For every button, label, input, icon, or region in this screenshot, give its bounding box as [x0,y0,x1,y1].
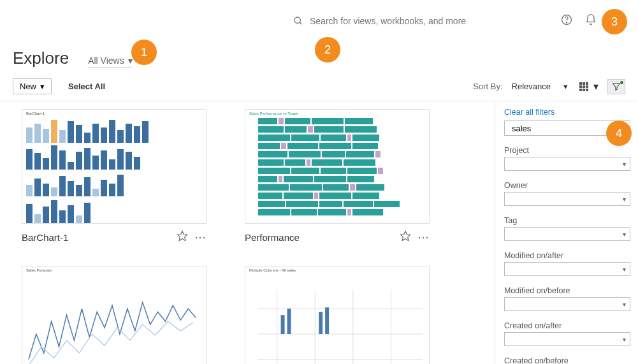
star-icon [177,230,188,242]
select-all-button[interactable]: Select All [68,82,105,91]
search-icon [293,16,303,26]
view-card[interactable]: Sales Performance vs Target Performance [245,109,430,244]
card-title: BarChart-1 [22,232,68,243]
filter-dropdown[interactable]: ▾ [504,192,630,206]
favorite-button[interactable] [177,230,188,244]
view-selector[interactable]: All Views ▾ [88,55,133,68]
filter-dropdown[interactable]: ▾ [504,262,630,276]
new-button-label: New [20,82,36,91]
grid-chart-thumb [245,274,429,364]
view-card[interactable]: BarChart-1 BarChart-1 ⋯ [22,109,207,244]
toolbar: New ▾ Select All Sort By: Relevance ▾ ▾ [0,75,638,101]
view-thumbnail: BarChart-1 [22,109,207,224]
filter-dropdown[interactable]: ▾ [504,332,630,346]
view-mode-select[interactable]: ▾ [577,79,601,94]
filter-toggle-button[interactable] [607,79,625,94]
filter-label: Tag [504,216,630,225]
filter-dropdown[interactable]: ▾ [504,297,630,311]
filter-group-owner: Owner ▾ [504,181,630,206]
filter-group-project: Project ▾ [504,146,630,171]
global-search[interactable] [293,16,501,26]
new-button[interactable]: New ▾ [13,78,52,94]
sort-select[interactable]: Relevance ▾ [509,80,570,92]
chevron-down-icon: ▾ [563,82,568,91]
funnel-icon [612,82,621,91]
svg-marker-5 [401,231,410,241]
sort-by-label: Sort By: [473,82,502,91]
card-title: Performance [245,232,300,243]
filter-group-created-after: Created on/after ▾ [504,321,630,346]
notifications-icon[interactable] [584,13,597,29]
more-actions-button[interactable]: ⋯ [417,230,430,244]
line-chart-thumb [22,274,206,364]
svg-rect-14 [287,309,291,334]
filter-dropdown[interactable]: ▾ [504,227,630,241]
star-icon [400,230,411,242]
filter-group-tag: Tag ▾ [504,216,630,241]
svg-point-0 [294,17,300,23]
page-title: Explore [13,48,69,68]
filter-label: Created on/after [504,321,630,330]
chevron-down-icon: ▾ [40,82,45,91]
view-selector-label: All Views [88,55,124,66]
svg-rect-13 [281,315,285,334]
svg-rect-15 [319,312,323,334]
filter-dropdown[interactable]: ▾ [504,157,630,171]
filter-label: Modified on/before [504,286,630,295]
grid-icon [579,82,588,91]
view-card[interactable]: Sales Forecast [22,266,207,364]
view-thumbnail: Sales Forecast [22,266,207,364]
svg-line-1 [300,22,301,24]
callout-3: 3 [602,9,627,34]
callout-2: 2 [315,37,340,62]
filter-group-modified-before: Modified on/before ▾ [504,286,630,311]
help-icon[interactable] [560,13,573,29]
filter-search-input[interactable] [512,124,619,133]
filter-label: Modified on/after [504,251,630,260]
content-area: BarChart-1 BarChart-1 ⋯ [0,101,638,364]
top-bar: 👤 [0,0,638,36]
search-input[interactable] [310,16,501,26]
filter-label: Created on/before [504,356,630,364]
filter-label: Project [504,146,630,155]
more-actions-button[interactable]: ⋯ [194,230,207,244]
svg-rect-16 [325,307,329,334]
view-thumbnail: Sales Performance vs Target [245,109,430,224]
filter-group-created-before: Created on/before [504,356,630,364]
favorite-button[interactable] [400,230,411,244]
svg-marker-4 [178,231,187,241]
filter-label: Owner [504,181,630,190]
filter-active-indicator [620,81,623,84]
callout-4: 4 [606,120,632,146]
callout-1: 1 [131,40,157,65]
filter-group-modified-after: Modified on/after ▾ [504,251,630,276]
view-thumbnail: Multiple Columns - All sales [245,266,430,364]
clear-filters-link[interactable]: Clear all filters [504,108,630,117]
view-card[interactable]: Multiple Columns - All sales [245,266,430,364]
chevron-down-icon: ▾ [593,80,598,92]
gallery: BarChart-1 BarChart-1 ⋯ [0,101,495,364]
svg-point-3 [566,22,567,23]
sort-value: Relevance [512,82,551,91]
